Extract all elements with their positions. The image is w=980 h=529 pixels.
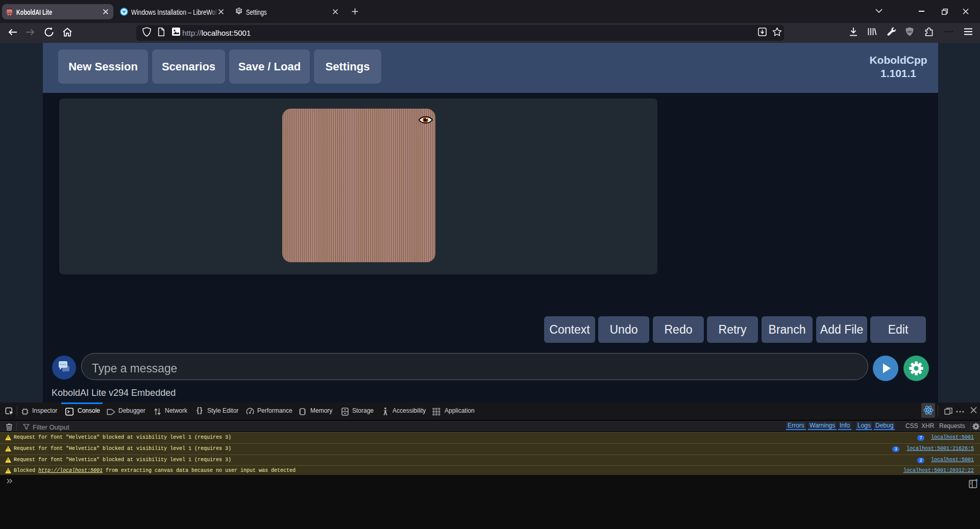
svg-text:uo: uo — [908, 30, 912, 33]
